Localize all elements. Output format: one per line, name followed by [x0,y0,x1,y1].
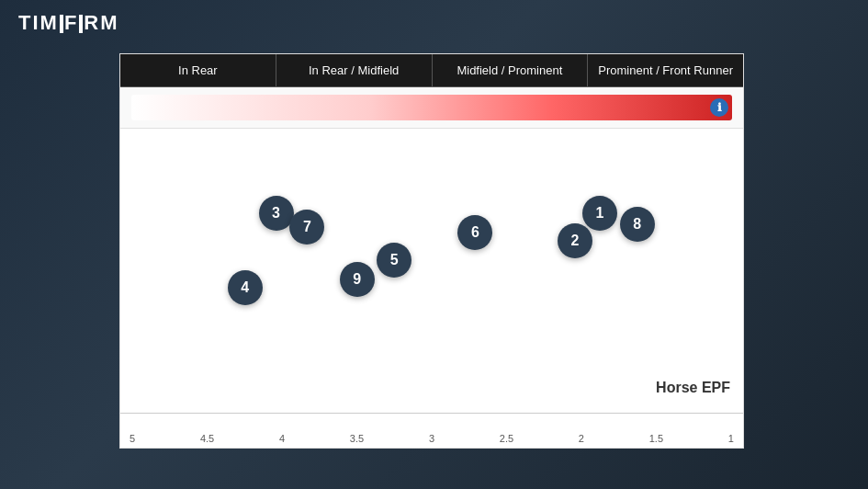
data-point-1[interactable]: 1 [582,196,617,231]
x-axis-ticks-bar: 54.543.532.521.51 [120,413,743,448]
x-tick: 2.5 [500,433,513,444]
x-tick: 4.5 [200,433,214,444]
data-point-8[interactable]: 8 [620,207,655,242]
category-header: In Rear In Rear / Midfield Midfield / Pr… [120,54,743,87]
x-tick: 3.5 [350,433,364,444]
data-point-6[interactable]: 6 [457,215,492,250]
x-axis-ticks: 54.543.532.521.51 [130,433,734,444]
data-point-4[interactable]: 4 [228,270,263,305]
data-point-9[interactable]: 9 [340,262,375,297]
gradient-bar [131,95,732,120]
cat-prominent-front-runner: Prominent / Front Runner [588,54,743,86]
x-tick: 1.5 [649,433,663,444]
logo-bar-1 [60,15,63,33]
x-tick: 2 [579,433,584,444]
data-point-3[interactable]: 3 [259,196,294,231]
cat-midfield-prominent: Midfield / Prominent [433,54,589,86]
chart-container: In Rear In Rear / Midfield Midfield / Pr… [119,53,744,449]
data-point-2[interactable]: 2 [558,223,592,258]
gradient-bar-container: ℹ [120,87,743,129]
x-tick: 5 [130,433,135,444]
x-tick: 3 [429,433,434,444]
scatter-plot-area: Horse EPF 374956128 [120,135,743,413]
info-icon[interactable]: ℹ [710,98,728,117]
logo-bar-2 [79,15,83,33]
x-axis-label: Horse EPF [656,380,730,396]
cat-in-rear-midfield: In Rear / Midfield [276,54,433,86]
brand-logo: TIMFRM [18,11,119,35]
x-tick: 1 [728,433,734,444]
x-tick: 4 [279,433,285,444]
cat-in-rear: In Rear [120,54,276,86]
data-point-5[interactable]: 5 [377,243,411,278]
logo-container: TIMFRM [18,11,119,35]
data-point-7[interactable]: 7 [289,210,324,244]
